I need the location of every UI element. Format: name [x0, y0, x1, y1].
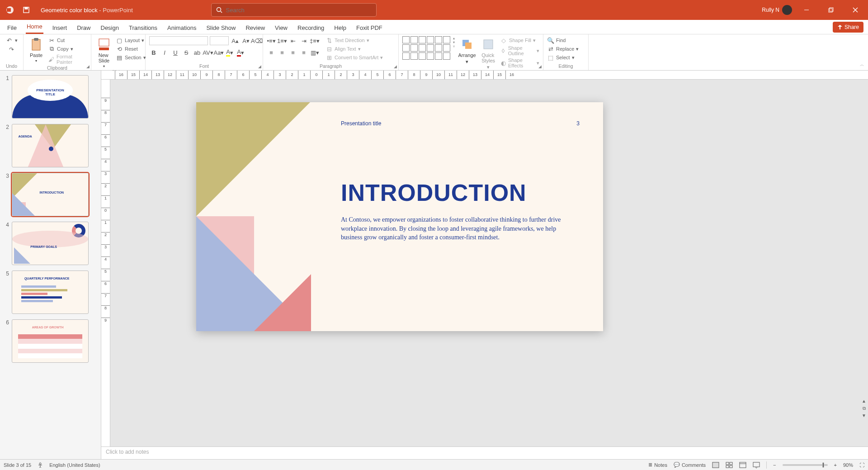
- tab-help[interactable]: Help: [333, 22, 347, 34]
- shape-effects-button[interactable]: ◐Shape Effects ▾: [500, 57, 539, 69]
- tab-home[interactable]: Home: [26, 20, 43, 34]
- collapse-ribbon-button[interactable]: ︿: [860, 62, 864, 68]
- new-slide-button[interactable]: New Slide▾: [95, 36, 113, 69]
- tab-recording[interactable]: Recording: [297, 22, 325, 34]
- cut-button[interactable]: ✂Cut: [48, 36, 87, 44]
- layout-button[interactable]: ▢Layout ▾: [116, 36, 146, 44]
- font-color-button[interactable]: A▾: [236, 48, 245, 57]
- shapes-gallery[interactable]: [402, 36, 450, 60]
- highlight-button[interactable]: A▾: [225, 48, 234, 57]
- decrease-indent-button[interactable]: ⇤: [288, 36, 297, 45]
- normal-view-button[interactable]: [712, 462, 719, 468]
- section-button[interactable]: ▤Section ▾: [116, 53, 146, 62]
- justify-button[interactable]: ≡: [299, 48, 308, 57]
- slideshow-view-button[interactable]: [753, 462, 760, 468]
- share-button[interactable]: Share: [833, 22, 863, 33]
- horizontal-ruler[interactable]: 1615141312111098765432101234567891011121…: [101, 71, 868, 80]
- slide-header[interactable]: Presentation title: [341, 120, 381, 127]
- account-button[interactable]: Rully N: [762, 5, 792, 15]
- thumbnail-slide-4[interactable]: 4PRIMARY GOALS: [3, 222, 97, 265]
- slide-canvas[interactable]: Presentation title 3 INTRODUCTION At Con…: [110, 80, 868, 446]
- tab-insert[interactable]: Insert: [52, 22, 68, 34]
- zoom-level[interactable]: 90%: [843, 462, 853, 468]
- bold-button[interactable]: B: [149, 48, 158, 57]
- redo-button[interactable]: ↷: [8, 45, 15, 53]
- sorter-view-button[interactable]: [726, 462, 733, 468]
- fit-to-window-button[interactable]: ⛶: [859, 462, 864, 468]
- tab-view[interactable]: View: [274, 22, 288, 34]
- text-direction-button[interactable]: ⇅Text Direction ▾: [326, 36, 383, 44]
- slide-thumbnails-pane[interactable]: 1PRESENTATIONTITLE2AGENDA3INTRODUCTION4P…: [0, 71, 101, 459]
- bullets-button[interactable]: •≡▾: [267, 36, 276, 45]
- tab-draw[interactable]: Draw: [76, 22, 91, 34]
- line-spacing-button[interactable]: ‡≡▾: [310, 36, 319, 45]
- shape-fill-button[interactable]: ◇Shape Fill ▾: [500, 36, 539, 44]
- tab-foxit-pdf[interactable]: Foxit PDF: [355, 22, 383, 34]
- find-button[interactable]: 🔍Find: [547, 36, 579, 44]
- align-left-button[interactable]: ≡: [267, 48, 276, 57]
- tab-animations[interactable]: Animations: [166, 22, 197, 34]
- zoom-in-button[interactable]: +: [834, 462, 837, 468]
- copy-button[interactable]: ⧉Copy ▾: [48, 45, 87, 53]
- zoom-out-button[interactable]: −: [773, 462, 776, 468]
- format-painter-button[interactable]: 🖌Format Painter: [48, 53, 87, 65]
- italic-button[interactable]: I: [160, 48, 169, 57]
- select-button[interactable]: ⬚Select ▾: [547, 53, 579, 62]
- columns-button[interactable]: ▥▾: [310, 48, 319, 57]
- thumbnail-slide-1[interactable]: 1PRESENTATIONTITLE: [3, 75, 97, 119]
- replace-button[interactable]: ⇄Replace ▾: [547, 45, 579, 53]
- tab-design[interactable]: Design: [100, 22, 120, 34]
- notes-toggle[interactable]: ≣ Notes: [648, 462, 667, 468]
- font-name-combo[interactable]: [149, 36, 208, 45]
- reading-view-button[interactable]: [739, 462, 746, 468]
- notes-pane[interactable]: Click to add notes: [101, 446, 868, 459]
- font-dialog-launcher[interactable]: ◢: [258, 64, 261, 69]
- paste-button[interactable]: Paste▾: [27, 36, 45, 64]
- thumbnail-slide-2[interactable]: 2AGENDA: [3, 124, 97, 167]
- align-right-button[interactable]: ≡: [288, 48, 297, 57]
- thumbnail-slide-6[interactable]: 6AREAS OF GROWTH: [3, 319, 97, 363]
- tab-slide-show[interactable]: Slide Show: [205, 22, 236, 34]
- shape-outline-button[interactable]: ◊Shape Outline ▾: [500, 45, 539, 57]
- save-button[interactable]: [21, 5, 32, 15]
- shapes-more[interactable]: ▴▾▿: [453, 36, 455, 48]
- convert-smartart-button[interactable]: ⊞Convert to SmartArt ▾: [326, 53, 383, 62]
- char-spacing-button[interactable]: AV▾: [203, 48, 212, 57]
- change-case-button[interactable]: Aa▾: [214, 48, 223, 57]
- strike-button[interactable]: S: [182, 48, 191, 57]
- tab-review[interactable]: Review: [245, 22, 266, 34]
- current-slide[interactable]: Presentation title 3 INTRODUCTION At Con…: [196, 102, 603, 331]
- tab-file[interactable]: File: [6, 22, 18, 34]
- comments-toggle[interactable]: 💬 Comments: [674, 462, 706, 468]
- search-input[interactable]: [226, 7, 372, 14]
- accessibility-button[interactable]: [38, 462, 43, 468]
- tab-transitions[interactable]: Transitions: [128, 22, 158, 34]
- numbering-button[interactable]: 1≡▾: [278, 36, 287, 45]
- slide-nav-buttons[interactable]: ▲⧉▼: [861, 399, 867, 419]
- thumbnail-slide-3[interactable]: 3INTRODUCTION: [3, 173, 97, 216]
- slide-body-text[interactable]: At Contoso, we empower organizations to …: [341, 215, 567, 242]
- language-button[interactable]: English (United States): [49, 462, 100, 468]
- slide-counter[interactable]: Slide 3 of 15: [4, 462, 31, 468]
- clipboard-dialog-launcher[interactable]: ◢: [86, 64, 90, 69]
- minimize-button[interactable]: [797, 0, 816, 20]
- underline-button[interactable]: U: [171, 48, 180, 57]
- clear-formatting-button[interactable]: A⌫: [252, 36, 261, 45]
- restore-button[interactable]: [821, 0, 841, 20]
- drawing-dialog-launcher[interactable]: ◢: [538, 64, 542, 69]
- align-center-button[interactable]: ≡: [278, 48, 287, 57]
- zoom-slider[interactable]: [783, 464, 828, 466]
- increase-font-button[interactable]: A▴: [231, 36, 240, 45]
- font-size-combo[interactable]: [210, 36, 229, 45]
- shadow-button[interactable]: ab: [193, 48, 202, 57]
- increase-indent-button[interactable]: ⇥: [299, 36, 308, 45]
- thumbnail-slide-5[interactable]: 5QUARTERLY PERFORMANCE: [3, 271, 97, 314]
- reset-button[interactable]: ⟲Reset: [116, 45, 146, 53]
- slide-title[interactable]: INTRODUCTION: [341, 179, 527, 206]
- align-text-button[interactable]: ⊟Align Text ▾: [326, 45, 383, 53]
- vertical-ruler[interactable]: 9876543210123456789: [101, 80, 110, 446]
- quick-styles-button[interactable]: Quick Styles▾: [479, 36, 497, 71]
- decrease-font-button[interactable]: A▾: [241, 36, 250, 45]
- undo-button[interactable]: ↶▾: [6, 36, 18, 44]
- close-button[interactable]: [845, 0, 865, 20]
